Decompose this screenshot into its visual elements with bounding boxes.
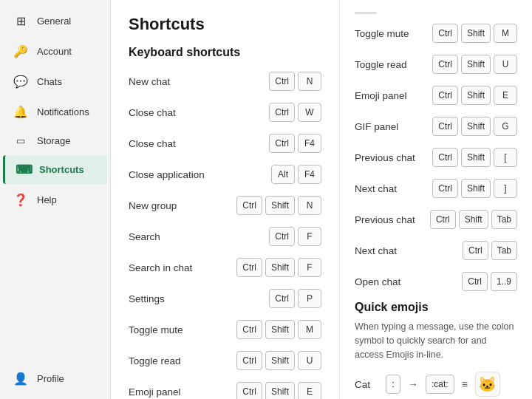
key-badge: Shift [265, 258, 295, 277]
key-badge: Ctrl [432, 55, 458, 74]
shortcut-row: Close chatCtrlW [129, 100, 321, 124]
key-badge: Shift [459, 210, 488, 229]
shortcut-row: Emoji panelCtrlShiftE [129, 380, 321, 399]
key-badge: Shift [265, 196, 295, 215]
key-badge: Shift [461, 55, 491, 74]
key-badge: Ctrl [236, 258, 262, 277]
emoji-list: Cat : → :cat: ≡ 🐱 Hat : → :hat: ≡ 🎩 [355, 372, 517, 399]
general-icon: ⊞ [13, 14, 28, 28]
key-badge: Shift [461, 86, 491, 105]
shortcut-row: Next chatCtrlShift] [355, 177, 517, 200]
key-badge: U [298, 351, 321, 370]
key-badge: F [298, 227, 321, 246]
key-badge: U [494, 55, 517, 74]
key-badge: M [494, 24, 517, 43]
shortcut-row: Toggle readCtrlShiftU [355, 52, 517, 76]
sidebar-item-label: Shortcuts [39, 164, 84, 175]
key-badge: Ctrl [236, 196, 262, 215]
shortcut-row: New groupCtrlShiftN [129, 194, 321, 217]
right-panel: Toggle muteCtrlShiftMToggle readCtrlShif… [340, 0, 532, 399]
key-badge: Ctrl [432, 24, 458, 43]
key-badge: E [298, 382, 321, 399]
sidebar-item-help[interactable]: ❓ Help [3, 185, 107, 214]
shortcut-keys: CtrlShiftE [432, 86, 517, 105]
key-badge: Ctrl [432, 179, 458, 198]
shortcut-row: Emoji panelCtrlShiftE [355, 83, 517, 107]
colon-badge: : [386, 375, 400, 394]
shortcut-name: Close application [129, 169, 271, 180]
key-badge: F4 [298, 165, 321, 184]
shortcut-keys: CtrlShiftN [236, 196, 321, 215]
shortcut-name: GIF panel [355, 121, 432, 132]
shortcut-keys: CtrlF [269, 227, 321, 246]
key-badge: F4 [298, 134, 321, 153]
shortcut-row: Toggle readCtrlShiftU [129, 349, 321, 372]
key-badge: Ctrl [236, 351, 262, 370]
shortcut-name: Search [129, 231, 269, 242]
sidebar-item-general[interactable]: ⊞ General [3, 7, 107, 35]
quick-emojis-title: Quick emojis [355, 301, 517, 314]
sidebar-item-chats[interactable]: 💬 Chats [3, 67, 107, 96]
shortcut-row: Toggle muteCtrlShiftM [355, 21, 517, 45]
sidebar-item-label: Account [37, 46, 72, 57]
shortcut-keys: CtrlTab [463, 241, 517, 260]
shortcut-name: Previous chat [355, 214, 430, 225]
key-badge: Shift [265, 382, 295, 399]
shortcuts-icon: ⌨ [16, 163, 30, 177]
key-badge: Ctrl [269, 103, 295, 122]
key-badge: W [298, 103, 321, 122]
emoji-name: Cat [355, 379, 378, 390]
key-badge: Shift [265, 320, 295, 339]
key-badge: Ctrl [269, 289, 295, 308]
shortcut-name: Emoji panel [355, 90, 432, 101]
account-icon: 🔑 [13, 44, 28, 58]
shortcut-row: GIF panelCtrlShiftG [355, 115, 517, 138]
shortcut-row: Previous chatCtrlShiftTab [355, 208, 517, 231]
key-badge: E [494, 86, 517, 105]
shortcut-keys: CtrlShift] [432, 179, 517, 198]
sidebar-item-shortcuts[interactable]: ⌨ Shortcuts [3, 155, 107, 184]
sidebar-item-account[interactable]: 🔑 Account [3, 37, 107, 66]
shortcut-name: Close chat [129, 107, 269, 118]
key-badge: [ [494, 148, 517, 167]
shortcut-name: Settings [129, 293, 269, 304]
equals-sign: ≡ [462, 378, 468, 390]
sidebar-item-label: Chats [37, 76, 62, 87]
shortcut-keys: CtrlN [269, 72, 321, 91]
shortcut-keys: Ctrl1..9 [462, 272, 517, 291]
shortcut-name: Open chat [355, 276, 462, 287]
key-badge: M [298, 320, 321, 339]
shortcut-keys: CtrlShiftU [236, 351, 321, 370]
sidebar-item-notifications[interactable]: 🔔 Notifications [3, 98, 107, 126]
key-badge: G [494, 117, 517, 136]
left-panel: Shortcuts Keyboard shortcuts New chatCtr… [111, 0, 340, 399]
key-badge: ] [494, 179, 517, 198]
shortcut-row: SettingsCtrlP [129, 287, 321, 310]
shortcuts-container: Shortcuts Keyboard shortcuts New chatCtr… [111, 0, 532, 399]
right-shortcuts-list: Toggle muteCtrlShiftMToggle readCtrlShif… [355, 21, 517, 293]
shortcut-keys: CtrlP [269, 289, 321, 308]
notifications-icon: 🔔 [13, 105, 28, 119]
shortcut-row: SearchCtrlF [129, 225, 321, 248]
key-badge: N [298, 196, 321, 215]
emoji-icon: 🐱 [475, 372, 500, 397]
help-icon: ❓ [13, 193, 28, 207]
shortcut-name: Toggle read [355, 59, 432, 70]
shortcut-name: New chat [129, 76, 269, 87]
sidebar-item-profile[interactable]: 👤 Profile [3, 364, 107, 393]
shortcut-keys: AltF4 [271, 165, 321, 184]
key-badge: Tab [491, 241, 517, 260]
shortcut-keys: CtrlShiftU [432, 55, 517, 74]
key-badge: Ctrl [463, 241, 488, 260]
key-badge: Ctrl [430, 210, 456, 229]
shortcut-name: Search in chat [129, 262, 236, 273]
key-badge: Shift [461, 24, 491, 43]
sidebar-item-storage[interactable]: ▭ Storage [3, 128, 107, 154]
shortcut-row: Next chatCtrlTab [355, 239, 517, 262]
shortcut-name: Next chat [355, 245, 463, 256]
page-title: Shortcuts [129, 15, 321, 34]
key-badge: Ctrl [462, 272, 488, 291]
key-badge: Ctrl [432, 86, 458, 105]
shortcut-row: Close chatCtrlF4 [129, 132, 321, 155]
shortcut-keys: CtrlF4 [269, 134, 321, 153]
